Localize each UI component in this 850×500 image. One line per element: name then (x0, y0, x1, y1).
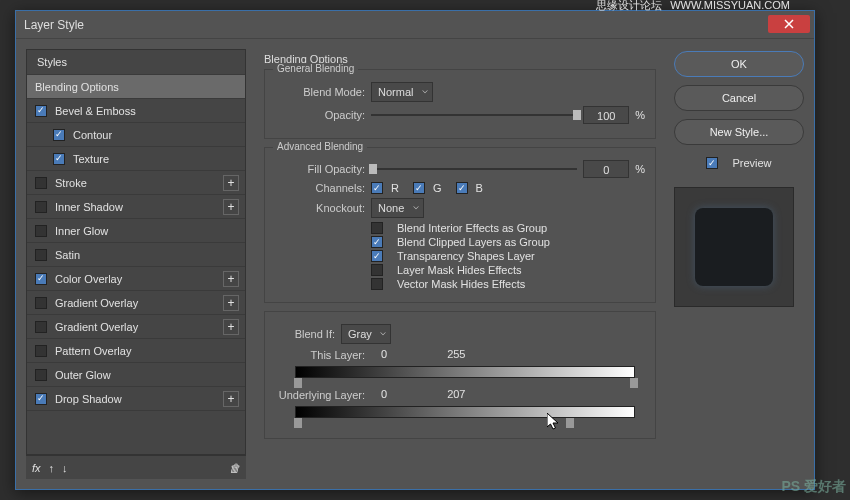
style-checkbox[interactable] (35, 369, 47, 381)
style-checkbox[interactable] (53, 153, 65, 165)
preview-label: Preview (732, 157, 771, 169)
style-checkbox[interactable] (35, 225, 47, 237)
advanced-blending-group: Advanced Blending Fill Opacity: 0 % Chan… (264, 147, 656, 303)
styles-footer: fx ↑ ↓ 🗑 (26, 455, 246, 479)
new-style-button[interactable]: New Style... (674, 119, 804, 145)
fill-opacity-label: Fill Opacity: (275, 163, 365, 175)
style-item-gradient-overlay[interactable]: Gradient Overlay+ (27, 315, 245, 339)
cancel-button[interactable]: Cancel (674, 85, 804, 111)
option-checkbox[interactable] (371, 250, 383, 262)
this-layer-gradient[interactable] (295, 366, 635, 378)
channel-r[interactable]: R (371, 182, 399, 194)
layer-style-dialog: Layer Style Styles Blending OptionsBevel… (15, 10, 815, 490)
styles-header[interactable]: Styles (27, 50, 245, 75)
style-checkbox[interactable] (35, 321, 47, 333)
blend-if-group: Blend If: Gray This Layer: 0255 Underlyi… (264, 311, 656, 439)
channels-label: Channels: (275, 182, 365, 194)
options-panel: Blending Options General Blending Blend … (256, 49, 664, 479)
style-item-blending-options[interactable]: Blending Options (27, 75, 245, 99)
watermark-top: 思缘设计论坛 WWW.MISSYUAN.COM (596, 0, 790, 13)
trash-icon[interactable]: 🗑 (229, 462, 240, 474)
style-checkbox[interactable] (35, 345, 47, 357)
preview-swatch (695, 208, 773, 286)
style-item-inner-shadow[interactable]: Inner Shadow+ (27, 195, 245, 219)
fill-opacity-slider[interactable] (371, 162, 577, 176)
style-checkbox[interactable] (35, 177, 47, 189)
close-button[interactable] (768, 15, 810, 33)
option-checkbox[interactable] (371, 222, 383, 234)
style-item-contour[interactable]: Contour (27, 123, 245, 147)
underlying-gradient[interactable] (295, 406, 635, 418)
dialog-title: Layer Style (24, 18, 84, 32)
preview-box (674, 187, 794, 307)
blend-if-label: Blend If: (275, 328, 335, 340)
fill-opacity-value[interactable]: 0 (583, 160, 629, 178)
opacity-label: Opacity: (275, 109, 365, 121)
close-icon (784, 19, 794, 29)
add-effect-icon[interactable]: + (223, 319, 239, 335)
add-effect-icon[interactable]: + (223, 175, 239, 191)
style-item-drop-shadow[interactable]: Drop Shadow+ (27, 387, 245, 411)
option-checkbox[interactable] (371, 278, 383, 290)
knockout-label: Knockout: (275, 202, 365, 214)
blend-mode-select[interactable]: Normal (371, 82, 433, 102)
add-effect-icon[interactable]: + (223, 295, 239, 311)
arrow-up-icon[interactable]: ↑ (49, 462, 55, 474)
underlying-label: Underlying Layer: (275, 389, 365, 401)
option-checkbox[interactable] (371, 236, 383, 248)
style-item-inner-glow[interactable]: Inner Glow (27, 219, 245, 243)
preview-checkbox[interactable] (706, 157, 718, 169)
add-effect-icon[interactable]: + (223, 199, 239, 215)
add-effect-icon[interactable]: + (223, 271, 239, 287)
add-effect-icon[interactable]: + (223, 391, 239, 407)
style-checkbox[interactable] (53, 129, 65, 141)
fx-menu[interactable]: fx (32, 462, 41, 474)
style-item-bevel-emboss[interactable]: Bevel & Emboss (27, 99, 245, 123)
style-item-satin[interactable]: Satin (27, 243, 245, 267)
option-checkbox[interactable] (371, 264, 383, 276)
style-item-outer-glow[interactable]: Outer Glow (27, 363, 245, 387)
style-checkbox[interactable] (35, 393, 47, 405)
opacity-slider[interactable] (371, 108, 577, 122)
channel-b[interactable]: B (456, 182, 483, 194)
style-checkbox[interactable] (35, 297, 47, 309)
style-checkbox[interactable] (35, 201, 47, 213)
arrow-down-icon[interactable]: ↓ (62, 462, 68, 474)
style-checkbox[interactable] (35, 105, 47, 117)
this-layer-label: This Layer: (275, 349, 365, 361)
titlebar: Layer Style (16, 11, 814, 39)
style-item-stroke[interactable]: Stroke+ (27, 171, 245, 195)
style-checkbox[interactable] (35, 249, 47, 261)
blend-if-select[interactable]: Gray (341, 324, 391, 344)
ok-button[interactable]: OK (674, 51, 804, 77)
general-blending-group: General Blending Blend Mode: Normal Opac… (264, 69, 656, 139)
knockout-select[interactable]: None (371, 198, 424, 218)
blend-mode-label: Blend Mode: (275, 86, 365, 98)
style-item-gradient-overlay[interactable]: Gradient Overlay+ (27, 291, 245, 315)
watermark-bottom: PS 爱好者 (781, 478, 846, 496)
channel-g[interactable]: G (413, 182, 442, 194)
style-item-color-overlay[interactable]: Color Overlay+ (27, 267, 245, 291)
style-item-pattern-overlay[interactable]: Pattern Overlay (27, 339, 245, 363)
style-checkbox[interactable] (35, 273, 47, 285)
styles-list: Styles Blending OptionsBevel & EmbossCon… (26, 49, 246, 455)
opacity-value[interactable]: 100 (583, 106, 629, 124)
style-item-texture[interactable]: Texture (27, 147, 245, 171)
